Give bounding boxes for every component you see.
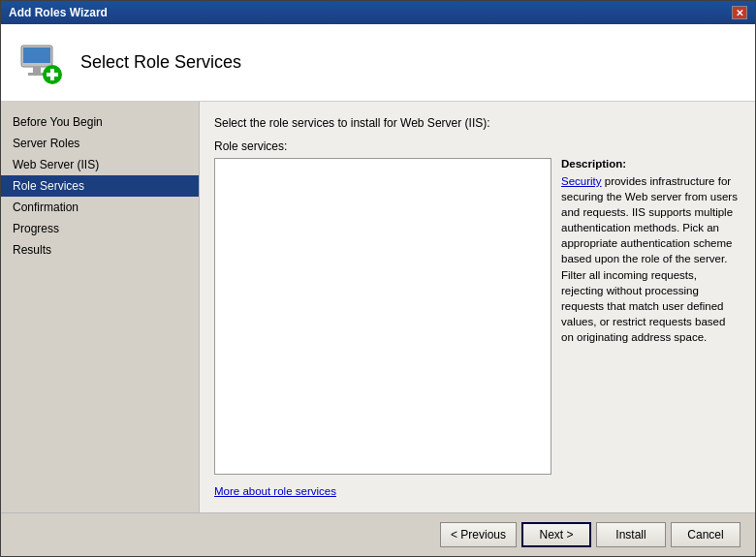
sidebar-item-confirmation[interactable]: Confirmation [1,197,199,218]
security-link[interactable]: Security [561,175,602,187]
previous-button[interactable]: < Previous [440,522,517,547]
svg-rect-2 [33,67,41,73]
header: Select Role Services [1,24,755,102]
role-services-tree[interactable] [214,158,551,475]
more-about-link[interactable]: More about role services [214,485,336,497]
content-area: Before You BeginServer RolesWeb Server (… [1,102,755,512]
title-bar: Add Roles Wizard ✕ [1,1,755,24]
sidebar-item-server-roles[interactable]: Server Roles [1,133,199,154]
sidebar-item-role-services[interactable]: Role Services [1,175,199,197]
desc-panel-title: Description: [561,158,740,170]
sidebar: Before You BeginServer RolesWeb Server (… [1,102,200,512]
window-title: Add Roles Wizard [9,6,108,19]
sidebar-item-before-you-begin[interactable]: Before You Begin [1,111,199,133]
panels-container: Description: Security provides infrastru… [214,158,740,475]
sidebar-item-web-server-iis[interactable]: Web Server (IIS) [1,154,199,175]
footer: < Previous Next > Install Cancel [1,512,755,556]
sidebar-item-results[interactable]: Results [1,239,199,261]
svg-rect-6 [47,73,58,77]
desc-panel-body: provides infrastructure for securing the… [561,175,738,343]
wizard-icon [16,38,66,88]
svg-rect-1 [23,47,50,63]
page-title: Select Role Services [80,52,241,73]
role-services-label: Role services: [214,139,740,153]
main-window: Add Roles Wizard ✕ Select Role Services [0,0,756,557]
desc-panel-text: Security provides infrastructure for sec… [561,173,740,345]
sidebar-item-progress[interactable]: Progress [1,218,199,239]
next-button[interactable]: Next > [521,522,591,547]
description-panel: Description: Security provides infrastru… [561,158,740,475]
main-description: Select the role services to install for … [214,116,740,130]
main-panel: Select the role services to install for … [200,102,755,512]
close-button[interactable]: ✕ [732,6,747,19]
install-button[interactable]: Install [596,522,666,547]
cancel-button[interactable]: Cancel [671,522,740,547]
